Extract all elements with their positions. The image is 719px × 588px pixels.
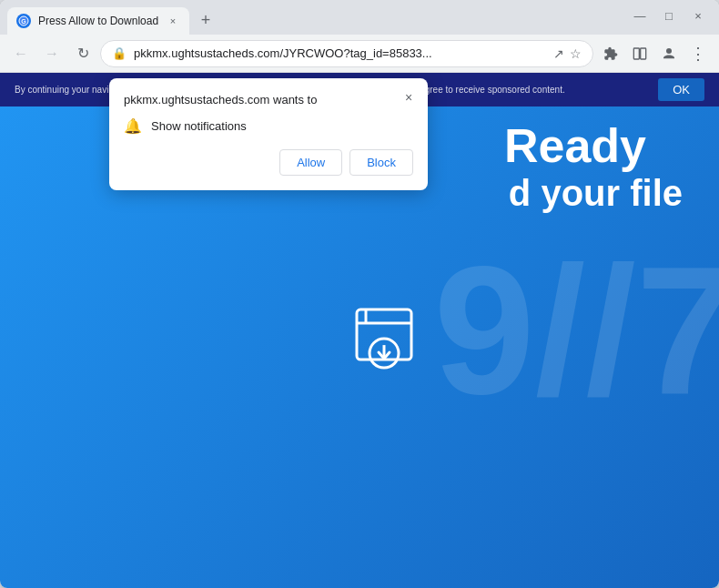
split-button[interactable]: [626, 40, 653, 67]
page-subheading: d your file: [509, 173, 683, 214]
tab-title: Press Allow to Download: [38, 15, 158, 27]
permission-text: Show notifications: [151, 119, 247, 133]
address-icons: ↗ ☆: [553, 46, 582, 61]
toolbar-icons: ⋮: [597, 40, 712, 67]
watermark: 9//7: [433, 239, 719, 421]
page-heading: Ready: [504, 118, 646, 173]
url-text: pkkmx.ughtsustacheds.com/JYRCWOO?tag_id=…: [134, 46, 546, 60]
active-tab[interactable]: G Press Allow to Download ×: [7, 7, 189, 35]
svg-rect-3: [641, 48, 646, 59]
svg-point-4: [666, 48, 672, 54]
close-tab-button[interactable]: ×: [166, 14, 180, 28]
menu-button[interactable]: ⋮: [684, 40, 712, 67]
popup-buttons: Allow Block: [124, 149, 413, 176]
popup-close-button[interactable]: ×: [399, 87, 419, 107]
tab-favicon: G: [16, 14, 31, 28]
svg-text:G: G: [21, 18, 26, 25]
back-button[interactable]: ←: [7, 40, 35, 67]
maximize-button[interactable]: □: [655, 4, 683, 27]
tab-area: G Press Allow to Download × +: [7, 0, 626, 35]
block-button[interactable]: Block: [349, 149, 413, 176]
svg-rect-2: [633, 48, 639, 59]
title-bar: G Press Allow to Download × + — □ ×: [0, 0, 719, 35]
notification-popup: × pkkmx.ughtsustacheds.com wants to 🔔 Sh…: [109, 78, 428, 190]
page-content: 9//7 Ready d your file × pkkmx.ughtsu: [0, 73, 719, 588]
minimize-button[interactable]: —: [626, 4, 653, 27]
allow-button[interactable]: Allow: [279, 149, 342, 176]
window-controls: — □ ×: [626, 4, 712, 27]
address-bar[interactable]: 🔒 pkkmx.ughtsustacheds.com/JYRCWOO?tag_i…: [100, 40, 593, 67]
extensions-button[interactable]: [597, 40, 624, 67]
heading-text: Ready: [504, 119, 646, 172]
bookmark-icon[interactable]: ☆: [570, 46, 582, 61]
browser-window: G Press Allow to Download × + — □ × ← → …: [0, 0, 719, 588]
reload-button[interactable]: ↻: [69, 40, 96, 67]
ok-button[interactable]: OK: [658, 78, 704, 101]
new-tab-button[interactable]: +: [193, 7, 218, 33]
download-box-icon: [343, 300, 425, 382]
popup-permission-row: 🔔 Show notifications: [124, 117, 413, 135]
subheading-text: d your file: [509, 173, 683, 213]
address-bar-row: ← → ↻ 🔒 pkkmx.ughtsustacheds.com/JYRCWOO…: [0, 35, 719, 73]
download-icon-wrapper: [343, 300, 425, 386]
popup-site-text: pkkmx.ughtsustacheds.com wants to: [124, 93, 413, 106]
bell-icon: 🔔: [124, 117, 142, 135]
forward-button[interactable]: →: [38, 40, 66, 67]
lock-icon: 🔒: [112, 46, 127, 60]
profile-button[interactable]: [655, 40, 683, 67]
share-icon[interactable]: ↗: [553, 46, 564, 61]
close-window-button[interactable]: ×: [684, 4, 712, 27]
